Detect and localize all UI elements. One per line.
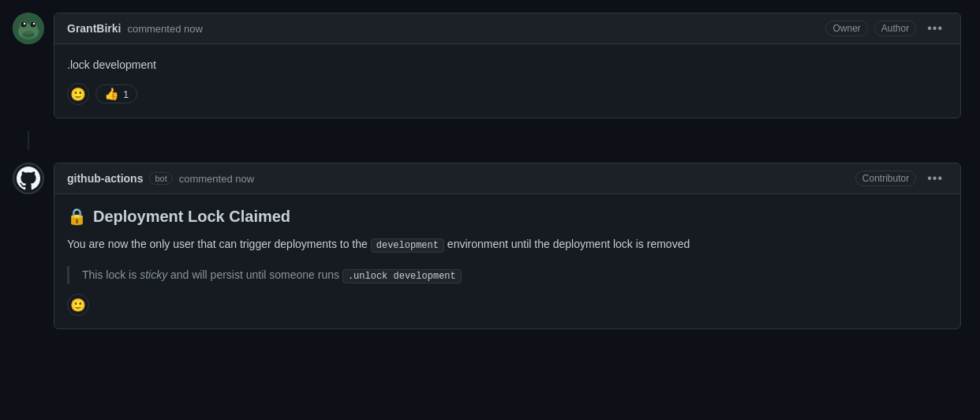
deployment-text-after: environment until the deployment lock is… <box>447 238 690 250</box>
reactions-2: 🙂 <box>67 294 948 316</box>
comment-body-1: .lock development 🙂 👍 1 <box>54 44 960 118</box>
add-reaction-button-2[interactable]: 🙂 <box>67 294 89 316</box>
comment-2-wrapper: github-actions bot commented now Contrib… <box>0 150 980 342</box>
thumbsup-count: 1 <box>123 88 129 100</box>
comment-box-1: GrantBirki commented now Owner Author ••… <box>54 13 961 118</box>
blockquote: This lock is sticky and will persist unt… <box>67 266 948 284</box>
comment-timestamp-2: commented now <box>179 173 254 185</box>
comment-header-2: github-actions bot commented now Contrib… <box>54 163 960 194</box>
avatar-github-actions <box>13 163 44 194</box>
commenter-name-1: GrantBirki <box>67 22 121 35</box>
comment-1-wrapper: GrantBirki commented now Owner Author ••… <box>0 0 980 131</box>
svg-point-6 <box>24 23 25 24</box>
author-badge: Author <box>874 21 916 36</box>
more-options-button-1[interactable]: ••• <box>922 20 948 37</box>
comment-header-1: GrantBirki commented now Owner Author ••… <box>54 13 960 44</box>
deployment-heading: 🔒 Deployment Lock Claimed <box>67 207 948 226</box>
contributor-badge: Contributor <box>855 171 916 186</box>
comment-divider <box>28 131 29 150</box>
svg-point-5 <box>31 22 36 28</box>
bot-badge: bot <box>149 172 172 185</box>
reactions-1: 🙂 👍 1 <box>67 83 948 105</box>
svg-point-7 <box>33 23 35 24</box>
blockquote-suffix: and will persist until someone runs <box>167 268 342 281</box>
more-options-button-2[interactable]: ••• <box>922 170 948 187</box>
owner-badge: Owner <box>825 21 867 36</box>
comment-text-1: .lock development <box>67 57 948 73</box>
comments-container: GrantBirki commented now Owner Author ••… <box>0 0 980 342</box>
avatar <box>13 13 44 44</box>
comment-box-2: github-actions bot commented now Contrib… <box>54 163 961 329</box>
environment-code: development <box>371 238 444 253</box>
blockquote-prefix: This lock is <box>82 268 140 281</box>
commenter-name-2: github-actions <box>67 172 143 185</box>
add-reaction-button-1[interactable]: 🙂 <box>67 83 89 105</box>
thumbsup-reaction-1[interactable]: 👍 1 <box>95 84 137 103</box>
svg-point-4 <box>21 22 27 28</box>
deployment-heading-text: Deployment Lock Claimed <box>93 208 290 226</box>
comment-body-2: 🔒 Deployment Lock Claimed You are now th… <box>54 194 960 328</box>
thumbsup-emoji: 👍 <box>104 87 119 101</box>
unlock-command: .unlock development <box>342 269 462 283</box>
lock-emoji: 🔒 <box>67 207 87 226</box>
deployment-text-before: You are now the only user that can trigg… <box>67 238 368 250</box>
sticky-italic: sticky <box>140 268 167 281</box>
comment-timestamp-1: commented now <box>127 23 202 35</box>
deployment-description: You are now the only user that can trigg… <box>67 235 948 253</box>
